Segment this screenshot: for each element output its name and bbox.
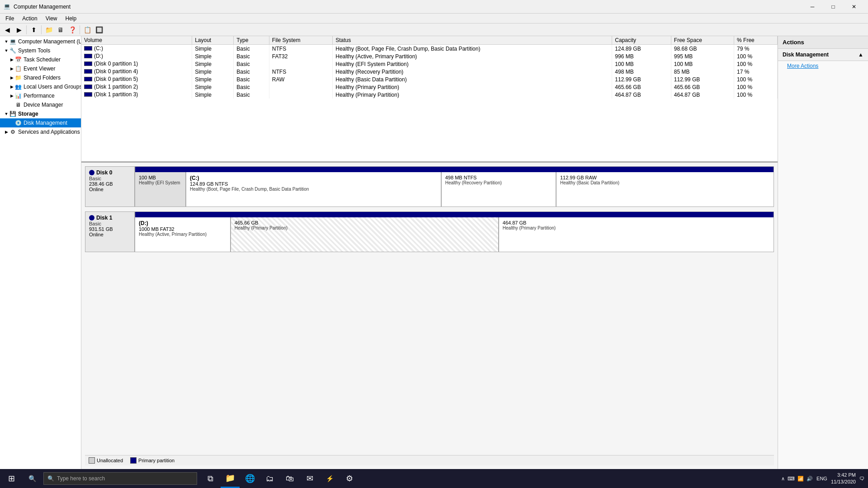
table-row[interactable]: (Disk 0 partition 1) Simple Basic Health…: [81, 60, 778, 68]
disk1-part1[interactable]: 465.66 GB Healthy (Primary Partition): [231, 217, 499, 252]
toolbar-properties[interactable]: 🖥: [55, 24, 66, 35]
services-expand[interactable]: ▶: [4, 129, 9, 135]
cell-pct: 100 %: [734, 75, 778, 83]
col-filesystem[interactable]: File System: [269, 36, 332, 45]
taskbar-mail[interactable]: ✉: [300, 469, 319, 488]
toolbar-show-hide[interactable]: 📁: [43, 24, 54, 35]
disk1-parts-row: (D:) 1000 MB FAT32 Healthy (Active, Prim…: [135, 217, 774, 252]
col-status[interactable]: Status: [333, 36, 612, 45]
app-icon: 💻: [4, 3, 11, 10]
maximize-button[interactable]: □: [823, 0, 844, 14]
taskbar-volume[interactable]: 🔊: [807, 476, 813, 482]
sidebar-item-performance[interactable]: ▶ 📊 Performance: [0, 91, 81, 100]
sidebar-item-local-users[interactable]: ▶ 👥 Local Users and Groups: [0, 82, 81, 91]
toolbar-help[interactable]: ❓: [67, 24, 78, 35]
disk0-part0-sub: Healthy (EFI System: [139, 180, 182, 185]
title-controls: ─ □ ✕: [802, 0, 864, 14]
cell-pct: 17 %: [734, 68, 778, 75]
col-pct[interactable]: % Free: [734, 36, 778, 45]
local-users-expand[interactable]: ▶: [9, 84, 14, 89]
menu-help[interactable]: Help: [62, 14, 80, 23]
disk1-part2[interactable]: 464.87 GB Healthy (Primary Partition): [499, 217, 774, 252]
disk0-part0[interactable]: 100 MB Healthy (EFI System: [135, 172, 186, 206]
disk-table: Volume Layout Type File System Status Ca…: [81, 36, 778, 99]
toolbar-back[interactable]: ◀: [2, 24, 13, 35]
sidebar-root[interactable]: ▼ 💻 Computer Management (Local): [0, 37, 81, 46]
taskbar-edge[interactable]: 🌐: [241, 469, 259, 488]
shared-folders-expand[interactable]: ▶: [9, 75, 14, 80]
cell-type: Basic: [234, 45, 269, 53]
menu-action[interactable]: Action: [19, 14, 41, 23]
sidebar-item-device-manager[interactable]: ▶ 🖥 Device Manager: [0, 100, 81, 109]
toolbar-extra1[interactable]: 📋: [82, 24, 93, 35]
event-viewer-expand[interactable]: ▶: [9, 66, 14, 71]
table-row[interactable]: (Disk 1 partition 2) Simple Basic Health…: [81, 83, 778, 91]
toolbar-extra2[interactable]: 🔲: [94, 24, 104, 35]
taskbar-store[interactable]: 🛍: [280, 469, 299, 488]
taskbar-settings[interactable]: ⚙: [340, 469, 359, 488]
sidebar-item-event-viewer[interactable]: ▶ 📋 Event Viewer: [0, 64, 81, 73]
taskbar-cmd[interactable]: ⚡: [320, 469, 339, 488]
menu-file[interactable]: File: [2, 14, 18, 23]
volume-stripe: [84, 69, 92, 74]
root-expand[interactable]: ▼: [4, 39, 9, 44]
disk0-dot: [89, 170, 94, 175]
title-bar-left: 💻 Computer Management: [4, 3, 71, 10]
col-volume[interactable]: Volume: [81, 36, 192, 45]
disk1-size: 931.51 GB: [89, 226, 131, 232]
sidebar-item-task-scheduler[interactable]: ▶ 📅 Task Scheduler: [0, 55, 81, 64]
col-type[interactable]: Type: [234, 36, 269, 45]
taskbar-folder[interactable]: 🗂: [260, 469, 279, 488]
col-layout[interactable]: Layout: [192, 36, 234, 45]
taskbar-notification[interactable]: 🗨: [859, 476, 864, 481]
disk-table-pane: Volume Layout Type File System Status Ca…: [81, 36, 778, 163]
window-title: Computer Management: [14, 4, 71, 10]
minimize-button[interactable]: ─: [802, 0, 823, 14]
start-button[interactable]: ⊞: [0, 469, 23, 488]
sidebar-item-storage-label: Storage: [18, 111, 38, 117]
taskbar-expand-tray[interactable]: ∧: [781, 476, 785, 482]
cell-pct: 100 %: [734, 60, 778, 68]
cell-free: 464.87 GB: [671, 91, 734, 99]
actions-more[interactable]: More Actions: [778, 61, 868, 71]
table-row[interactable]: (Disk 1 partition 3) Simple Basic Health…: [81, 91, 778, 99]
disk0-visual: Disk 0 Basic 238.46 GB Online 100 MB Hea…: [85, 166, 774, 207]
storage-expand[interactable]: ▼: [4, 111, 9, 117]
root-icon: 💻: [9, 38, 16, 45]
disk0-part1[interactable]: (C:) 124.89 GB NTFS Healthy (Boot, Page …: [186, 172, 442, 206]
taskbar-network[interactable]: 📶: [797, 476, 804, 482]
sidebar-item-shared-folders[interactable]: ▶ 📁 Shared Folders: [0, 73, 81, 82]
col-free[interactable]: Free Space: [671, 36, 734, 45]
cell-capacity: 996 MB: [612, 52, 671, 60]
sidebar-item-services-apps[interactable]: ▶ ⚙ Services and Applications: [0, 127, 81, 136]
cell-type: Basic: [234, 91, 269, 99]
task-scheduler-expand[interactable]: ▶: [9, 57, 14, 62]
menu-view[interactable]: View: [42, 14, 61, 23]
disk1-part0-size: 1000 MB FAT32: [139, 226, 226, 232]
taskbar-explorer[interactable]: 📁: [221, 469, 240, 488]
table-row[interactable]: (Disk 0 partition 5) Simple Basic RAW He…: [81, 75, 778, 83]
disk0-part3[interactable]: 112.99 GB RAW Healthy (Basic Data Partit…: [557, 172, 774, 206]
close-button[interactable]: ✕: [844, 0, 864, 14]
toolbar-forward[interactable]: ▶: [14, 24, 24, 35]
legend-primary: Primary partition: [130, 457, 175, 464]
actions-subheader[interactable]: Disk Management ▲: [778, 49, 868, 61]
sidebar-item-system-tools[interactable]: ▼ 🔧 System Tools: [0, 46, 81, 55]
disk1-part0[interactable]: (D:) 1000 MB FAT32 Healthy (Active, Prim…: [135, 217, 231, 252]
table-row[interactable]: (C:) Simple Basic NTFS Healthy (Boot, Pa…: [81, 45, 778, 53]
taskbar-search-button[interactable]: 🔍: [23, 469, 42, 488]
sidebar-item-disk-management[interactable]: ▶ 💿 Disk Management: [0, 118, 81, 127]
disk0-part2[interactable]: 498 MB NTFS Healthy (Recovery Partition): [442, 172, 557, 206]
sidebar-item-storage[interactable]: ▼ 💾 Storage: [0, 109, 81, 118]
taskbar-search-box[interactable]: 🔍 Type here to search: [43, 472, 197, 485]
disk1-dot: [89, 215, 94, 221]
performance-icon: 📊: [14, 92, 22, 99]
taskbar-task-view[interactable]: ⧉: [201, 469, 220, 488]
col-capacity[interactable]: Capacity: [612, 36, 671, 45]
toolbar-up[interactable]: ⬆: [28, 24, 39, 35]
table-row[interactable]: (D:) Simple Basic FAT32 Healthy (Active,…: [81, 52, 778, 60]
system-tools-expand[interactable]: ▼: [4, 48, 9, 53]
performance-expand[interactable]: ▶: [9, 93, 14, 99]
table-row[interactable]: (Disk 0 partition 4) Simple Basic NTFS H…: [81, 68, 778, 75]
taskbar-clock[interactable]: 3:42 PM 11/13/2020: [831, 472, 856, 486]
